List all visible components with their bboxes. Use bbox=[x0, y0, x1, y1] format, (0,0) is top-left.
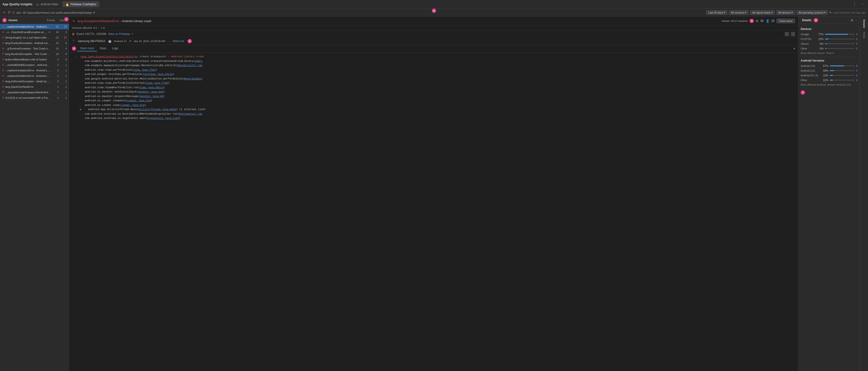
issue-row[interactable]: ✕ 0,0-{0,0} is not associated with a Fra… bbox=[0, 95, 69, 101]
filter-os[interactable]: All operating systems ▾ bbox=[796, 10, 828, 15]
notes-side-tab[interactable]: Notes bbox=[862, 31, 867, 40]
frame-text: ) bbox=[179, 117, 181, 120]
filter-time[interactable]: Last 90 days ▾ bbox=[706, 10, 727, 15]
stack-line: android.widget.TextView.performClick(Tex… bbox=[72, 72, 795, 76]
info-icon[interactable]: ℹ bbox=[856, 69, 858, 72]
frame-link[interactable]: ActivityThread.java:8663 bbox=[138, 108, 176, 111]
breadcrumb-dropdown-icon[interactable]: ▾ bbox=[93, 11, 95, 14]
issue-row[interactable]: ✕ lang.ArithmeticException - divide by z… bbox=[0, 79, 69, 84]
right-panel: Details 6 ⚙ － Devices Google 77% ℹ FUJIT… bbox=[798, 16, 860, 371]
devices-section-title: Devices bbox=[801, 27, 858, 31]
issue-row[interactable]: ✕ ...g.RuntimeException - Test Crash new… bbox=[0, 46, 69, 52]
issue-row[interactable]: ✕ ...rashedByAdbException - shell-induce… bbox=[0, 62, 69, 68]
info-icon[interactable]: ℹ bbox=[856, 64, 858, 68]
issue-row[interactable]: ✕ lang.RuntimeException - Android Librar… bbox=[0, 40, 69, 46]
details-side-tab[interactable]: Details bbox=[862, 19, 867, 29]
issue-users: 1 bbox=[60, 91, 67, 94]
filter-versions[interactable]: All versions ▾ bbox=[729, 10, 749, 15]
crash-desc: Android Library crash bbox=[171, 55, 204, 58]
stat-bar-track bbox=[825, 43, 855, 44]
issue-row[interactable]: ✕ lang.RuntimeException - Test Crash vcs… bbox=[0, 52, 69, 57]
stat-bar-track bbox=[830, 65, 855, 66]
gear-icon[interactable]: ⚙ bbox=[850, 19, 854, 22]
device-stat-row: FUJITSU 12% ℹ bbox=[801, 37, 858, 41]
issue-events: 10 bbox=[52, 53, 59, 56]
info-icon[interactable]: ℹ bbox=[856, 78, 858, 82]
issue-row[interactable]: ✕ ...ceptionInInitializerError - Android… bbox=[0, 68, 69, 73]
most-affected-device: Most affected device: Pixel 6 bbox=[801, 52, 858, 55]
issue-row[interactable]: ✕ ...ceptionInInitializerError - Android… bbox=[0, 24, 69, 30]
frame-text: com.example.appqualityinsightsqaapp.Main… bbox=[85, 64, 177, 67]
collapse-arrow[interactable]: ▶ bbox=[80, 107, 83, 111]
next-event-button[interactable]: › bbox=[791, 32, 795, 36]
prev-event-button[interactable]: ‹ bbox=[785, 32, 789, 36]
tab-details[interactable]: Details bbox=[801, 18, 813, 22]
stack-line: android.os.Looper.loopOnce(Looper.java:2… bbox=[72, 98, 795, 103]
issue-row[interactable]: ⏱ ...ppqualityinsightsqaapp.MainActivity… bbox=[0, 90, 69, 95]
commit-hash[interactable]: 089d1e34 bbox=[173, 40, 184, 42]
issue-row[interactable]: ✕ String.length()' on a null object refe… bbox=[0, 35, 69, 40]
stack-line: com.google.android.material.button.Mater… bbox=[72, 76, 795, 81]
frame-link[interactable]: Handler.java:938 bbox=[138, 90, 163, 93]
stack-line: android.os.Handler.handleCallback(Handle… bbox=[72, 90, 795, 94]
filter-os-chevron: ▾ bbox=[824, 11, 826, 14]
close-issue-button[interactable]: Close issue bbox=[776, 19, 795, 23]
users-icon: 👤 bbox=[766, 19, 770, 23]
crash-title: lang.ExceptionInInitializerError - Andro… bbox=[77, 19, 719, 23]
tab-android-vitals[interactable]: ▷ Android Vitals bbox=[34, 1, 61, 7]
firebase-icon: 🔥 bbox=[65, 2, 69, 6]
close-filter-button[interactable]: ✕ bbox=[2, 11, 6, 14]
tab-stack-trace[interactable]: Stack trace bbox=[77, 46, 97, 52]
stack-line: ▶ android.app.ActivityThread.main(Activi… bbox=[72, 107, 795, 112]
frame-link[interactable]: Handler.java:99 bbox=[140, 95, 163, 98]
tab-firebase-crashlytics[interactable]: 🔥 Firebase Crashlytics bbox=[62, 1, 99, 7]
device-stat-name: FUJITSU bbox=[801, 38, 815, 40]
issue-row[interactable]: ✕ ...n - ClassNotFoundException at java … bbox=[0, 30, 69, 35]
filter-time-chevron: ▾ bbox=[724, 11, 725, 14]
frame-text: android.app.ActivityThread.main( bbox=[88, 108, 138, 111]
frame-text: ) bbox=[145, 104, 146, 106]
badge-6: 6 bbox=[814, 18, 818, 22]
view-firebase-link[interactable]: View on Firebase ↗ bbox=[108, 32, 133, 36]
minimize-panel-icon[interactable]: － bbox=[855, 18, 858, 22]
issue-row[interactable]: ✕ ...ceptionInInitializerError - Android… bbox=[0, 73, 69, 79]
tab-logs[interactable]: Logs bbox=[109, 46, 121, 52]
issues-header: 2 Issues Events Users bbox=[0, 16, 69, 24]
frame-text: android.view.View.performClickInternal( bbox=[85, 81, 146, 85]
frame-link[interactable]: TextView.java:16112 bbox=[143, 73, 173, 76]
filter-devices[interactable]: All devices ▾ bbox=[776, 10, 795, 15]
frame-link[interactable]: ZygoteInit.java:1135 bbox=[148, 117, 179, 120]
info-icon[interactable]: ℹ bbox=[856, 74, 858, 77]
info-icon[interactable]: ℹ bbox=[856, 47, 858, 50]
refresh-icon[interactable]: ↻ bbox=[829, 11, 832, 14]
frame-link[interactable]: Andro bbox=[195, 60, 203, 63]
frame-link[interactable]: Looper.java:313 bbox=[121, 104, 145, 106]
issue-users: 8 bbox=[60, 58, 67, 61]
frame-link[interactable]: MaterialButt bbox=[184, 77, 203, 80]
info-icon[interactable]: ℹ bbox=[856, 37, 858, 41]
frame-link[interactable]: Looper.java:226 bbox=[127, 99, 151, 102]
frame-link[interactable]: View.java:30213 bbox=[140, 86, 163, 89]
frame-link[interactable]: View.java:7792 bbox=[133, 68, 155, 71]
issue-row[interactable]: ✕ button.MaterialButton with id 'button'… bbox=[0, 57, 69, 62]
line-num: 1 bbox=[72, 55, 78, 59]
issue-events: 23 bbox=[52, 36, 59, 39]
info-icon[interactable]: ℹ bbox=[856, 33, 858, 36]
frame-link[interactable]: RuntimeInit.jav bbox=[179, 112, 203, 115]
exception-type-link[interactable]: java.lang.ExceptionInInitializerError bbox=[80, 55, 138, 58]
issue-events: 2 bbox=[52, 69, 59, 72]
tab-keys[interactable]: Keys bbox=[97, 46, 109, 52]
filter-signal[interactable]: All signal states ▾ bbox=[750, 10, 774, 15]
info-icon[interactable]: ℹ bbox=[856, 42, 858, 45]
frame-link[interactable]: View.java:7769 bbox=[146, 81, 168, 85]
issue-name: String.length()' on a null object refere… bbox=[5, 36, 51, 39]
frame-link[interactable]: MainActivity.jav bbox=[177, 64, 203, 67]
kebab-menu-button[interactable]: ⋮ bbox=[851, 1, 858, 7]
stack-line: 1 java.lang.ExceptionInInitializerError … bbox=[72, 55, 795, 59]
frame-text: ) bbox=[163, 86, 165, 89]
frame-text: android.view.View$PerformClick.run( bbox=[85, 86, 140, 89]
filter-icon[interactable]: ≡ bbox=[793, 47, 795, 50]
issue-row[interactable]: ✕ lang.StackOverflowError 1 1 bbox=[0, 84, 69, 90]
error-icon: ✕ bbox=[2, 47, 4, 50]
minimize-button[interactable]: － bbox=[860, 2, 866, 7]
